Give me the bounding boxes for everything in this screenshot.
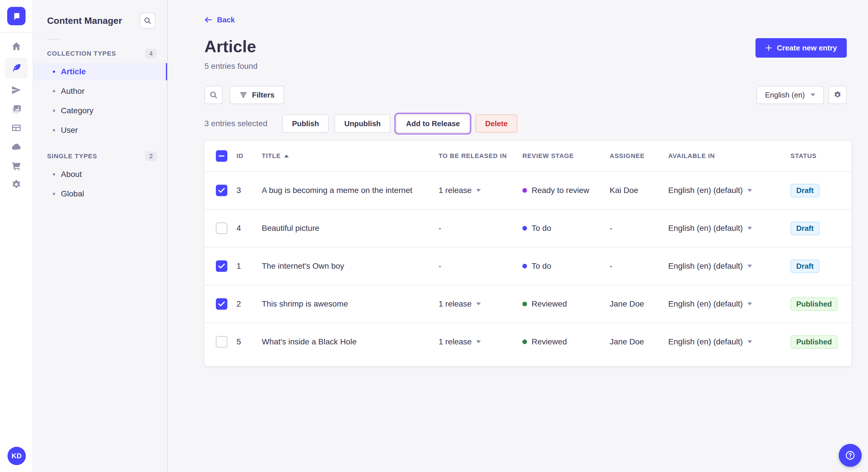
help-button[interactable] <box>839 444 862 467</box>
table-row[interactable]: 2 This shrimp is awesome 1 release Revie… <box>205 285 851 323</box>
filter-icon <box>239 92 247 98</box>
stage-dot <box>522 188 527 193</box>
column-header-available-in[interactable]: AVAILABLE IN <box>668 152 790 160</box>
check-icon <box>218 263 225 269</box>
row-available-in[interactable]: English (en) (default) <box>668 224 790 233</box>
user-avatar[interactable]: KD <box>7 447 26 465</box>
sidebar-item-article[interactable]: Article <box>33 63 167 80</box>
row-release[interactable]: 1 release <box>439 299 522 308</box>
divider <box>47 39 61 40</box>
deploy-icon[interactable] <box>5 139 28 154</box>
row-checkbox[interactable] <box>216 298 227 310</box>
row-review-stage: Reviewed <box>522 299 610 308</box>
locale-caret-icon <box>747 265 752 268</box>
content-manager-icon[interactable] <box>5 58 28 78</box>
row-assignee: Jane Doe <box>610 299 668 308</box>
single-types-count: 2 <box>145 151 157 161</box>
table-row[interactable]: 5 What's inside a Black Hole 1 release R… <box>205 323 851 361</box>
table-body: 3 A bug is becoming a meme on the intern… <box>205 171 851 361</box>
sidebar-item-user[interactable]: User <box>33 122 167 139</box>
sidebar-item-author[interactable]: Author <box>33 82 167 100</box>
column-header-status[interactable]: STATUS <box>790 152 851 160</box>
row-id: 4 <box>237 224 262 233</box>
row-id: 3 <box>237 186 262 195</box>
row-release[interactable]: 1 release <box>439 186 522 195</box>
logo-cell <box>0 0 33 33</box>
row-checkbox[interactable] <box>216 336 227 347</box>
row-review-stage: Reviewed <box>522 337 610 346</box>
column-header-assignee[interactable]: ASSIGNEE <box>610 152 668 160</box>
page-title: Article <box>205 38 257 55</box>
gear-icon <box>833 91 842 99</box>
sidebar-item-about[interactable]: About <box>33 166 167 183</box>
row-available-in[interactable]: English (en) (default) <box>668 299 790 308</box>
question-mark-icon <box>844 450 856 461</box>
bullet-icon <box>53 109 55 112</box>
sidebar-item-global[interactable]: Global <box>33 185 167 202</box>
create-new-entry-button[interactable]: Create new entry <box>755 38 847 58</box>
status-badge: Published <box>790 297 838 311</box>
table-row[interactable]: 1 The internet's Own boy - To do - Engli… <box>205 247 851 285</box>
view-settings-button[interactable] <box>828 86 847 104</box>
bullet-icon <box>53 71 55 73</box>
settings-icon[interactable] <box>5 177 28 192</box>
row-review-stage: To do <box>522 262 610 271</box>
home-icon[interactable] <box>5 39 28 54</box>
stage-dot <box>522 226 527 231</box>
sidebar-item-label: Category <box>61 106 94 115</box>
sidebar-item-label: Author <box>61 87 85 96</box>
subnav-search-button[interactable] <box>140 12 156 29</box>
selection-count-text: 3 entries selected <box>205 119 267 128</box>
row-available-in[interactable]: English (en) (default) <box>668 337 790 346</box>
back-link[interactable]: Back <box>205 15 235 24</box>
locale-caret-icon <box>747 303 752 305</box>
unpublish-button[interactable]: Unpublish <box>334 114 391 133</box>
release-caret-icon <box>476 189 481 192</box>
row-available-in[interactable]: English (en) (default) <box>668 262 790 271</box>
content-type-builder-icon[interactable] <box>5 121 28 135</box>
row-release[interactable]: - <box>439 262 522 271</box>
table-row[interactable]: 4 Beautiful picture - To do - English (e… <box>205 209 851 247</box>
strapi-logo-icon <box>11 11 22 21</box>
strapi-logo[interactable] <box>7 7 26 25</box>
locale-select[interactable]: English (en) <box>756 86 824 104</box>
column-header-title[interactable]: TITLE <box>262 152 439 160</box>
delete-button[interactable]: Delete <box>475 114 517 133</box>
row-title: This shrimp is awesome <box>262 299 439 308</box>
column-header-review-stage[interactable]: REVIEW STAGE <box>522 152 610 160</box>
search-button[interactable] <box>205 86 223 104</box>
column-header-id[interactable]: ID <box>237 152 262 160</box>
stage-dot <box>522 302 527 306</box>
sidebar-item-category[interactable]: Category <box>33 102 167 119</box>
add-to-release-button[interactable]: Add to Release <box>396 114 470 133</box>
sidebar-item-label: Global <box>61 189 84 198</box>
releases-icon[interactable] <box>5 82 28 98</box>
row-id: 5 <box>237 337 262 346</box>
marketplace-icon[interactable] <box>5 158 28 173</box>
subnav-title: Content Manager <box>47 15 122 26</box>
row-release[interactable]: 1 release <box>439 337 522 346</box>
table-row[interactable]: 3 A bug is becoming a meme on the intern… <box>205 171 851 209</box>
filters-button[interactable]: Filters <box>229 86 284 104</box>
main-nav-rail: KD <box>0 0 33 472</box>
row-checkbox[interactable] <box>216 185 227 196</box>
row-checkbox[interactable] <box>216 223 227 234</box>
app-window: KD Content Manager COLLECTION TYPES 4 Ar… <box>0 0 868 472</box>
select-all-checkbox[interactable] <box>216 150 227 162</box>
row-title: A bug is becoming a meme on the internet <box>262 186 439 195</box>
release-caret-icon <box>476 303 481 305</box>
status-badge: Draft <box>790 260 819 273</box>
row-available-in[interactable]: English (en) (default) <box>668 186 790 195</box>
locale-caret-icon <box>747 227 752 230</box>
row-checkbox[interactable] <box>216 260 227 272</box>
media-library-icon[interactable] <box>5 102 28 116</box>
row-review-stage: To do <box>522 224 610 233</box>
bullet-icon <box>53 129 55 131</box>
bullet-icon <box>53 193 55 195</box>
row-assignee: Kai Doe <box>610 186 668 195</box>
publish-button[interactable]: Publish <box>282 114 329 133</box>
check-icon <box>218 301 225 307</box>
row-release[interactable]: - <box>439 224 522 233</box>
column-header-released-in[interactable]: TO BE RELEASED IN <box>439 152 522 160</box>
stage-dot <box>522 339 527 344</box>
